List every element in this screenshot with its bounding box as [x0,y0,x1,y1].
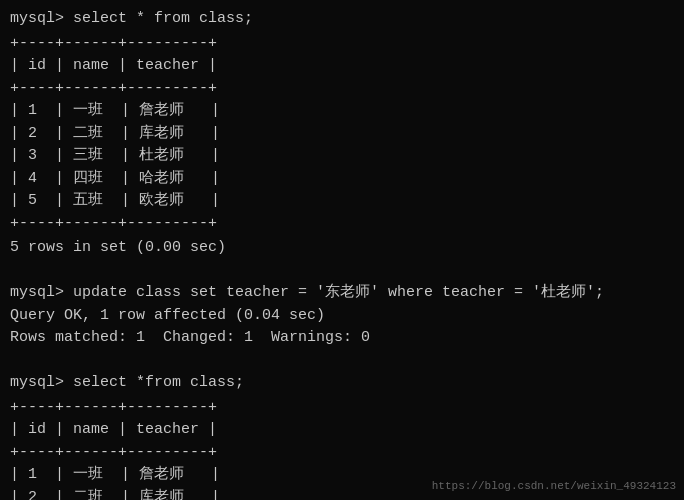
table1-header: | id | name | teacher | [10,55,674,78]
blank2 [10,350,674,373]
table1-row-3: | 3 | 三班 | 杜老师 | [10,145,674,168]
watermark: https://blog.csdn.net/weixin_49324123 [432,478,676,495]
prompt1: mysql> [10,10,64,27]
prompt3: mysql> [10,374,64,391]
query1-line: mysql> select * from class; [10,8,674,31]
table1: +----+------+---------+ | id | name | te… [10,33,674,236]
result2b-line: Rows matched: 1 Changed: 1 Warnings: 0 [10,327,674,350]
table1-sep-top: +----+------+---------+ [10,33,674,56]
table2-header: | id | name | teacher | [10,419,674,442]
blank1 [10,260,674,283]
table2-sep-top: +----+------+---------+ [10,397,674,420]
table1-row-2: | 2 | 二班 | 库老师 | [10,123,674,146]
rowcount1-line: 5 rows in set (0.00 sec) [10,237,674,260]
table2-sep-mid: +----+------+---------+ [10,442,674,465]
table1-row-5: | 5 | 五班 | 欧老师 | [10,190,674,213]
prompt2: mysql> [10,284,64,301]
table1-row-4: | 4 | 四班 | 哈老师 | [10,168,674,191]
terminal-window: mysql> select * from class; +----+------… [10,8,674,492]
table1-sep-mid: +----+------+---------+ [10,78,674,101]
table1-row-1: | 1 | 一班 | 詹老师 | [10,100,674,123]
result2a-line: Query OK, 1 row affected (0.04 sec) [10,305,674,328]
query2-line: mysql> update class set teacher = '东老师' … [10,282,674,305]
query3-line: mysql> select *from class; [10,372,674,395]
table1-sep-bot: +----+------+---------+ [10,213,674,236]
